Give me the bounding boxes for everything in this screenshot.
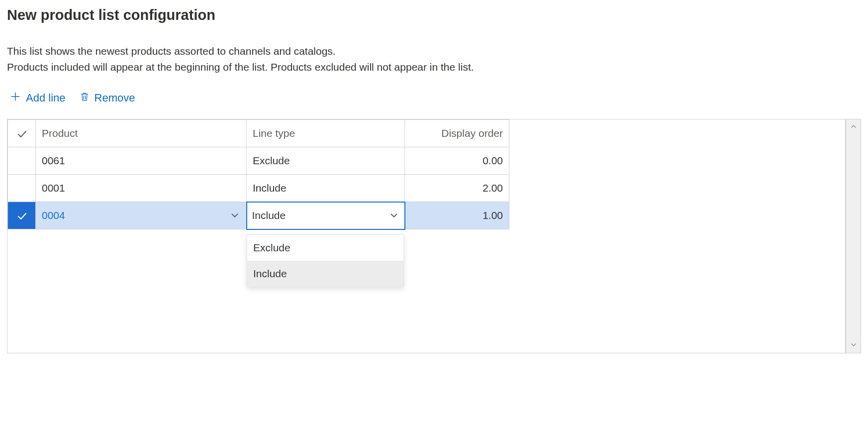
chevron-down-icon[interactable] — [229, 210, 240, 221]
cell-line-type-value: Include — [252, 210, 286, 221]
check-icon — [16, 128, 28, 140]
row-checkbox[interactable] — [8, 147, 36, 175]
dropdown-option-include[interactable]: Include — [247, 261, 403, 287]
grid-toolbar: Add line Remove — [7, 91, 861, 105]
scroll-up-button[interactable] — [846, 119, 861, 134]
column-header-line-type[interactable]: Line type — [247, 120, 405, 147]
select-all-header[interactable] — [8, 120, 36, 147]
description-line-1: This list shows the newest products asso… — [7, 45, 861, 57]
remove-label: Remove — [95, 92, 135, 105]
remove-button[interactable]: Remove — [80, 91, 135, 105]
cell-display-order[interactable]: 1.00 — [405, 202, 509, 229]
page-title: New product list configuration — [7, 7, 861, 23]
cell-display-order[interactable]: 2.00 — [405, 175, 509, 202]
cell-product[interactable]: 0061 — [36, 147, 247, 175]
table-row[interactable]: 0001 Include 2.00 — [8, 175, 509, 202]
row-checkbox[interactable] — [8, 202, 36, 229]
cell-line-type[interactable]: Include — [247, 175, 405, 202]
plus-icon — [10, 91, 21, 105]
row-checkbox[interactable] — [8, 175, 36, 202]
cell-product-value: 0004 — [42, 210, 65, 221]
cell-product[interactable]: 0004 — [36, 202, 247, 229]
cell-line-type[interactable]: Exclude — [247, 147, 405, 175]
description-line-2: Products included will appear at the beg… — [7, 61, 861, 73]
chevron-down-icon[interactable] — [388, 210, 399, 221]
chevron-up-icon — [850, 121, 858, 133]
grid-header-row: Product Line type Display order — [8, 120, 509, 147]
cell-product[interactable]: 0001 — [36, 175, 247, 202]
column-header-display-order[interactable]: Display order — [405, 120, 509, 147]
table-row[interactable]: 0004 Include — [8, 202, 509, 229]
cell-display-order[interactable]: 0.00 — [405, 147, 509, 175]
cell-line-type-dropdown[interactable]: Include — [247, 202, 405, 229]
product-grid: Product Line type Display order 0061 Exc… — [7, 119, 861, 353]
vertical-scrollbar[interactable] — [846, 119, 861, 353]
trash-icon — [80, 91, 90, 105]
column-header-product[interactable]: Product — [36, 120, 247, 147]
line-type-dropdown-menu: Exclude Include — [247, 234, 404, 287]
check-icon — [16, 210, 28, 222]
chevron-down-icon — [850, 339, 858, 351]
add-line-label: Add line — [26, 92, 66, 105]
dropdown-option-exclude[interactable]: Exclude — [247, 235, 403, 261]
table-row[interactable]: 0061 Exclude 0.00 — [8, 147, 509, 175]
add-line-button[interactable]: Add line — [10, 91, 66, 105]
scroll-down-button[interactable] — [846, 338, 861, 353]
